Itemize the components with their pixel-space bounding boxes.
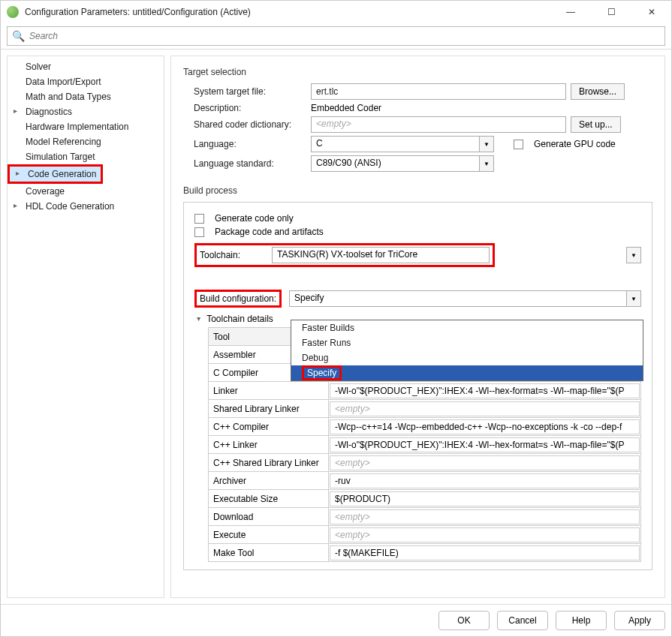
app-icon [7,6,19,18]
tool-cell: C++ Shared Library Linker [209,454,329,472]
options-cell-input[interactable]: -Wl-o"$(PRODUCT_HEX)":IHEX:4 -Wl--hex-fo… [330,383,640,398]
table-row: Make Tool-f $(MAKEFILE) [209,544,641,562]
minimize-button[interactable]: — [557,2,584,23]
language-label: Language: [194,139,306,149]
shared-dict-label: Shared coder dictionary: [194,119,306,130]
toolchain-dropdown-button[interactable]: ▼ [626,247,641,263]
package-code-label: Package code and artifacts [215,227,324,237]
table-row: C++ Shared Library Linker<empty> [209,454,641,472]
options-cell-input[interactable]: -f $(MAKEFILE) [330,545,640,560]
nav-item-data-import-export[interactable]: Data Import/Export [8,74,164,89]
tool-cell: Linker [209,382,329,400]
language-dropdown[interactable]: C ▼ [311,136,494,152]
nav-tree[interactable]: SolverData Import/ExportMath and Data Ty… [7,56,164,598]
help-button[interactable]: Help [556,611,607,630]
system-target-file-label: System target file: [194,86,306,97]
search-icon: 🔍 [12,30,25,42]
build-config-option[interactable]: Faster Runs [291,335,643,350]
build-config-option[interactable]: Faster Builds [291,320,643,335]
disclosure-icon[interactable]: ▸ [195,317,203,321]
toolchain-details-label: Toolchain details [206,314,273,324]
build-config-option[interactable]: Specify [291,365,643,380]
table-row: C++ Linker-Wl-o"$(PRODUCT_HEX)":IHEX:4 -… [209,436,641,454]
tool-cell: Shared Library Linker [209,400,329,418]
tool-cell: Execute [209,526,329,544]
ok-button[interactable]: OK [438,611,490,630]
tool-cell: Archiver [209,472,329,490]
options-cell-input[interactable]: <empty> [330,401,640,416]
table-row: C++ Compiler-Wcp--c++=14 -Wcp--embedded-… [209,418,641,436]
generate-code-only-checkbox[interactable] [194,214,204,224]
table-row: Executable Size$(PRODUCT) [209,490,641,508]
description-value: Embedded Coder [311,103,381,113]
target-selection-title: Target selection [183,67,652,77]
description-label: Description: [194,103,306,113]
dialog-footer: OK Cancel Help Apply [1,604,671,636]
options-cell-input[interactable]: -ruv [330,473,640,488]
build-process-group: Generate code only Package code and arti… [183,202,652,570]
build-config-label: Build configuration: [200,293,276,304]
language-std-label: Language standard: [194,158,306,169]
options-cell-input[interactable]: -Wl-o"$(PRODUCT_HEX)":IHEX:4 -Wl--hex-fo… [330,437,640,452]
system-target-file-input[interactable] [311,83,566,100]
package-code-checkbox[interactable] [194,227,204,237]
nav-item-math-and-data-types[interactable]: Math and Data Types [8,89,164,104]
nav-item-hardware-implementation[interactable]: Hardware Implementation [8,119,164,134]
options-cell-input[interactable]: <empty> [330,455,640,470]
content-pane: Target selection System target file: Bro… [170,56,665,598]
nav-item-code-generation[interactable]: Code Generation [10,167,101,182]
options-cell-input[interactable]: -Wcp--c++=14 -Wcp--embedded-c++ -Wcp--no… [330,419,640,434]
build-config-dropdown[interactable]: Specify ▼ [289,290,641,307]
toolchain-value: TASKING(R) VX-toolset for TriCore [272,247,490,263]
options-cell-input[interactable]: <empty> [330,527,640,542]
cancel-button[interactable]: Cancel [497,611,548,630]
apply-button[interactable]: Apply [614,611,665,630]
build-config-option[interactable]: Debug [291,350,643,365]
table-row: Shared Library Linker<empty> [209,400,641,418]
tool-cell: Download [209,508,329,526]
setup-button[interactable]: Set up... [571,116,621,133]
toolchain-label: Toolchain: [200,250,264,260]
chevron-down-icon[interactable]: ▼ [479,136,494,152]
language-std-dropdown[interactable]: C89/C90 (ANSI) ▼ [311,155,494,172]
search-bar[interactable]: 🔍 [7,26,665,46]
gpu-checkbox[interactable] [514,140,523,149]
nav-item-diagnostics[interactable]: Diagnostics [8,104,164,119]
nav-item-hdl-code-generation[interactable]: HDL Code Generation [8,199,164,214]
gpu-label: Generate GPU code [534,139,616,149]
close-button[interactable]: ✕ [638,2,665,23]
chevron-down-icon[interactable]: ▼ [626,290,641,307]
chevron-down-icon[interactable]: ▼ [479,155,494,172]
browse-button[interactable]: Browse... [571,83,625,100]
nav-item-coverage[interactable]: Coverage [8,184,164,199]
nav-item-model-referencing[interactable]: Model Referencing [8,134,164,149]
search-input[interactable] [29,31,660,41]
table-row: Linker-Wl-o"$(PRODUCT_HEX)":IHEX:4 -Wl--… [209,382,641,400]
table-row: Download<empty> [209,508,641,526]
table-row: Execute<empty> [209,526,641,544]
tool-cell: Make Tool [209,544,329,562]
build-process-title: Build process [183,185,652,196]
window-title: Configuration Parameters: untitled/Confi… [25,7,557,17]
tool-cell: C++ Linker [209,436,329,454]
tool-cell: Executable Size [209,490,329,508]
nav-item-simulation-target[interactable]: Simulation Target [8,149,164,164]
shared-dict-input[interactable]: <empty> [311,116,566,133]
options-cell-input[interactable]: $(PRODUCT) [330,491,640,506]
options-cell-input[interactable]: <empty> [330,509,640,524]
build-config-dropdown-list[interactable]: Faster BuildsFaster RunsDebugSpecify [291,320,643,381]
generate-code-only-label: Generate code only [215,213,294,224]
nav-item-solver[interactable]: Solver [8,59,164,74]
maximize-button[interactable]: ☐ [598,2,625,23]
table-row: Archiver-ruv [209,472,641,490]
title-bar: Configuration Parameters: untitled/Confi… [1,1,671,23]
tool-cell: C++ Compiler [209,418,329,436]
